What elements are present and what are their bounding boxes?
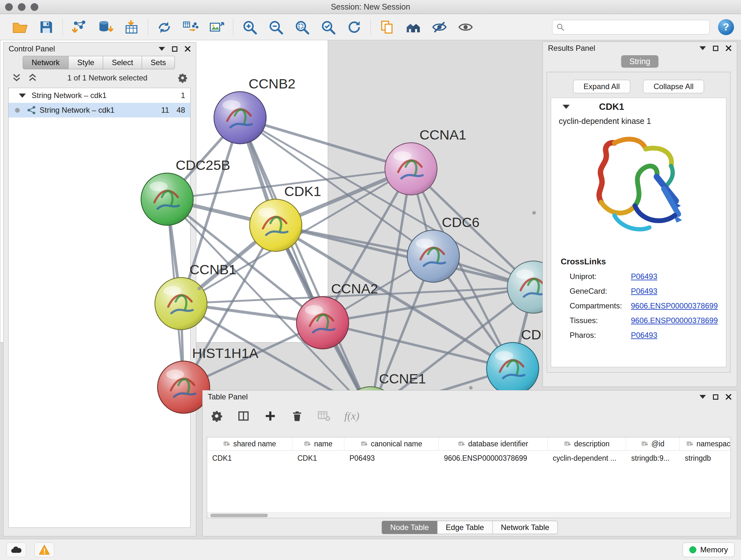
network-node-label: HIST1H1A — [192, 346, 258, 361]
column-label: name — [314, 440, 333, 448]
column-header-namespac[interactable]: namespac — [680, 437, 731, 450]
tab-network-table[interactable]: Network Table — [493, 521, 558, 534]
table-panel-title: Table Panel — [208, 392, 248, 401]
table-cell-canonical-name: P06493 — [344, 454, 439, 462]
table-horizontal-scrollbar[interactable] — [207, 512, 731, 518]
network-edge-CCNB2-CCNA1[interactable] — [240, 118, 411, 169]
column-label: database identifier — [468, 440, 528, 448]
column-header-name[interactable]: name — [292, 437, 344, 450]
bottom-splitter-handle[interactable] — [469, 386, 473, 389]
network-node-label: CDK1 — [284, 184, 321, 199]
column-type-icon — [223, 441, 231, 448]
tab-edge-table[interactable]: Edge Table — [437, 521, 493, 534]
crosslink-tissues-link[interactable]: 9606.ENSP00000378699 — [631, 316, 718, 325]
network-node-label: CCNB1 — [190, 262, 237, 277]
column-header-database-identifier[interactable]: database identifier — [439, 437, 548, 450]
expand-all-button[interactable]: Expand All — [573, 80, 630, 93]
gear-icon — [210, 410, 223, 422]
network-view-panel: CCNB2CCNA1CDC25BCDK1CDC6RB1CCNB1CCNA2CDK… — [0, 0, 328, 343]
delete-column-button[interactable] — [291, 410, 304, 422]
crosslink-row-compartments: Compartments:9606.ENSP00000378699 — [551, 299, 726, 313]
column-label: namespac — [696, 440, 730, 448]
crosslink-label: GeneCard: — [569, 287, 631, 296]
network-node-label: CCNA1 — [419, 127, 466, 142]
crosslink-pharos-link[interactable]: P06493 — [631, 331, 657, 340]
column-type-icon — [304, 441, 312, 448]
add-column-button[interactable] — [264, 410, 277, 422]
crosslink-row-uniprot: Uniprot:P06493 — [551, 269, 726, 284]
tab-string[interactable]: String — [621, 55, 658, 68]
network-node-label: CCNB2 — [249, 76, 295, 91]
protein-name: CDK1 — [599, 102, 624, 112]
collapse-section-caret-icon[interactable] — [562, 105, 569, 109]
trash-icon — [291, 410, 304, 422]
network-node-CCNB2[interactable]: CCNB2 — [214, 76, 295, 144]
table-header-row: shared namenamecanonical namedatabase id… — [207, 437, 731, 451]
network-node-label: CDC6 — [442, 214, 480, 230]
protein-card: CDK1 cyclin-dependent kinase 1 — [551, 98, 726, 367]
collapse-all-button[interactable]: Collapse All — [643, 80, 704, 93]
protein-card-header[interactable]: CDK1 — [551, 98, 726, 115]
left-splitter-handle[interactable] — [198, 287, 201, 290]
column-type-icon — [641, 441, 649, 448]
crosslink-genecard-link[interactable]: P06493 — [631, 287, 657, 296]
table-tabs: Node TableEdge TableNetwork Table — [382, 521, 558, 534]
column-label: @id — [651, 440, 664, 448]
network-node-label: CCNA2 — [331, 281, 378, 296]
crosslink-label: Compartments: — [569, 301, 631, 310]
column-type-icon — [564, 441, 571, 448]
network-edge-CCNB2-CCNE1[interactable] — [240, 118, 370, 413]
network-node-CCNB1[interactable]: CCNB1 — [155, 262, 236, 330]
float-panel-icon[interactable] — [713, 46, 718, 51]
column-header-shared-name[interactable]: shared name — [207, 437, 292, 450]
warning-icon — [38, 545, 51, 555]
column-header-id[interactable]: @id — [626, 437, 680, 450]
close-panel-icon[interactable] — [725, 394, 732, 400]
crosslink-compartments-link[interactable]: 9606.ENSP00000378699 — [631, 301, 718, 310]
panel-menu-caret-icon[interactable] — [699, 395, 706, 399]
table-body: CDK1CDK1P064939606.ENSP00000378699cyclin… — [207, 451, 731, 465]
crosslink-label: Pharos: — [569, 331, 631, 340]
warnings-button[interactable] — [35, 543, 54, 557]
string-results-box: Expand All Collapse All CDK1 cyclin-depe… — [547, 72, 731, 373]
results-panel: Results Panel String Expand All Collapse… — [542, 42, 737, 387]
table-panel: Table Panel f(x) shared namenamecanonica… — [202, 390, 737, 537]
table-row[interactable]: CDK1CDK1P064939606.ENSP00000378699cyclin… — [207, 451, 731, 465]
table-cell-description: cyclin-dependent ... — [548, 454, 626, 462]
column-header-description[interactable]: description — [548, 437, 626, 450]
status-bar: Memory — [0, 539, 741, 560]
node-table: shared namenamecanonical namedatabase id… — [207, 437, 731, 518]
delete-table-icon — [318, 410, 330, 422]
delete-table-button[interactable] — [318, 410, 330, 422]
column-header-canonical-name[interactable]: canonical name — [344, 437, 439, 450]
tab-node-table[interactable]: Node Table — [382, 521, 437, 534]
right-splitter-handle[interactable] — [532, 211, 536, 214]
cloud-icon — [10, 545, 22, 555]
scrollbar-thumb[interactable] — [210, 514, 268, 517]
table-cell-shared-name: CDK1 — [207, 454, 292, 462]
results-panel-title: Results Panel — [548, 44, 595, 53]
close-panel-icon[interactable] — [725, 45, 732, 51]
table-cell-namespac: stringdb — [680, 454, 731, 462]
memory-button[interactable]: Memory — [683, 543, 735, 557]
panel-menu-caret-icon[interactable] — [699, 46, 706, 50]
column-label: shared name — [233, 440, 276, 448]
network-node-label: CCNE1 — [379, 371, 426, 386]
protein-structure-image — [575, 131, 702, 252]
crosslink-label: Tissues: — [569, 316, 631, 325]
crosslinks-heading: CrossLinks — [551, 253, 726, 269]
column-type-icon — [458, 441, 466, 448]
function-builder-button[interactable]: f(x) — [344, 410, 359, 422]
column-label: canonical name — [371, 440, 422, 448]
table-cell-name: CDK1 — [292, 454, 344, 462]
crosslinks-list: Uniprot:P06493GeneCard:P06493Compartment… — [551, 269, 726, 343]
cloud-button[interactable] — [6, 543, 26, 557]
column-label: description — [574, 440, 610, 448]
network-node-CDK1[interactable]: CDK1 — [250, 184, 321, 252]
table-options-button[interactable] — [210, 410, 223, 422]
float-panel-icon[interactable] — [713, 394, 718, 400]
show-columns-button[interactable] — [237, 410, 250, 422]
crosslink-row-pharos: Pharos:P06493 — [551, 328, 726, 343]
crosslink-uniprot-link[interactable]: P06493 — [631, 272, 657, 281]
network-node-CCNA1[interactable]: CCNA1 — [385, 127, 466, 195]
